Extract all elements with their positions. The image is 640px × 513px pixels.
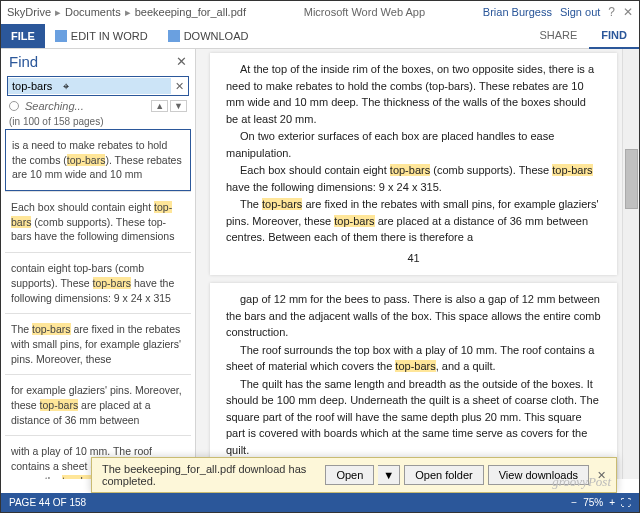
open-button[interactable]: Open bbox=[325, 465, 374, 485]
breadcrumb-file[interactable]: beekeeping_for_all.pdf bbox=[135, 6, 246, 18]
download-bar: The beekeeping_for_all.pdf download has … bbox=[91, 457, 617, 493]
zoom-in-button[interactable]: + bbox=[609, 497, 615, 508]
search-box[interactable]: ⌖ ✕ bbox=[7, 76, 189, 96]
search-status: Searching... bbox=[25, 100, 84, 112]
close-download-icon[interactable]: ✕ bbox=[597, 469, 606, 482]
open-split-button[interactable]: ▼ bbox=[378, 465, 400, 485]
toolbar: FILE EDIT IN WORD DOWNLOAD SHARE FIND bbox=[1, 23, 639, 49]
search-result[interactable]: for example glaziers' pins. Moreover, th… bbox=[5, 374, 191, 435]
find-heading: Find bbox=[9, 53, 176, 70]
download-button[interactable]: DOWNLOAD bbox=[158, 25, 259, 47]
search-input[interactable] bbox=[8, 78, 171, 94]
breadcrumb-folder[interactable]: Documents bbox=[65, 6, 121, 18]
results-list[interactable]: is a need to make rebates to hold the co… bbox=[1, 129, 195, 479]
next-result-button[interactable]: ▼ bbox=[170, 100, 187, 112]
fullscreen-icon[interactable]: ⛶ bbox=[621, 497, 631, 508]
close-find-icon[interactable]: ✕ bbox=[176, 54, 187, 69]
user-name[interactable]: Brian Burgess bbox=[483, 6, 552, 18]
find-panel: Find ✕ ⌖ ✕ Searching... ▲▼ (in 100 of 15… bbox=[1, 49, 196, 479]
open-folder-button[interactable]: Open folder bbox=[404, 465, 483, 485]
page-indicator[interactable]: PAGE 44 OF 158 bbox=[9, 497, 86, 508]
page: gap of 12 mm for the bees to pass. There… bbox=[210, 283, 617, 479]
search-result[interactable]: contain eight top-bars (comb supports). … bbox=[5, 252, 191, 313]
share-tab[interactable]: SHARE bbox=[527, 23, 589, 49]
search-result[interactable]: is a need to make rebates to hold the co… bbox=[5, 129, 191, 191]
download-message: The beekeeping_for_all.pdf download has … bbox=[102, 463, 321, 487]
search-result[interactable]: Each box should contain eight top-bars (… bbox=[5, 191, 191, 252]
result-count: (in 100 of 158 pages) bbox=[1, 114, 195, 129]
search-result[interactable]: The top-bars are fixed in the rebates wi… bbox=[5, 313, 191, 374]
spinner-icon bbox=[9, 101, 19, 111]
scrollbar-thumb[interactable] bbox=[625, 149, 638, 209]
app-name: Microsoft Word Web App bbox=[246, 6, 483, 18]
prev-result-button[interactable]: ▲ bbox=[151, 100, 168, 112]
zoom-level: 75% bbox=[583, 497, 603, 508]
status-bar: PAGE 44 OF 158 − 75% + ⛶ bbox=[1, 493, 639, 512]
title-bar: SkyDrive ▸ Documents ▸ beekeeping_for_al… bbox=[1, 1, 639, 23]
find-tab[interactable]: FIND bbox=[589, 23, 639, 49]
file-tab[interactable]: FILE bbox=[1, 24, 45, 48]
scrollbar[interactable] bbox=[622, 49, 639, 479]
zoom-out-button[interactable]: − bbox=[571, 497, 577, 508]
close-icon[interactable]: ✕ bbox=[623, 5, 633, 19]
clear-search-icon[interactable]: ✕ bbox=[171, 80, 188, 93]
help-icon[interactable]: ? bbox=[608, 5, 615, 19]
sign-out-link[interactable]: Sign out bbox=[560, 6, 600, 18]
page: At the top of the inside rim of the boxe… bbox=[210, 53, 617, 275]
edit-in-word-button[interactable]: EDIT IN WORD bbox=[45, 25, 158, 47]
document-viewport[interactable]: At the top of the inside rim of the boxe… bbox=[196, 49, 639, 479]
view-downloads-button[interactable]: View downloads bbox=[488, 465, 589, 485]
breadcrumb-root[interactable]: SkyDrive bbox=[7, 6, 51, 18]
